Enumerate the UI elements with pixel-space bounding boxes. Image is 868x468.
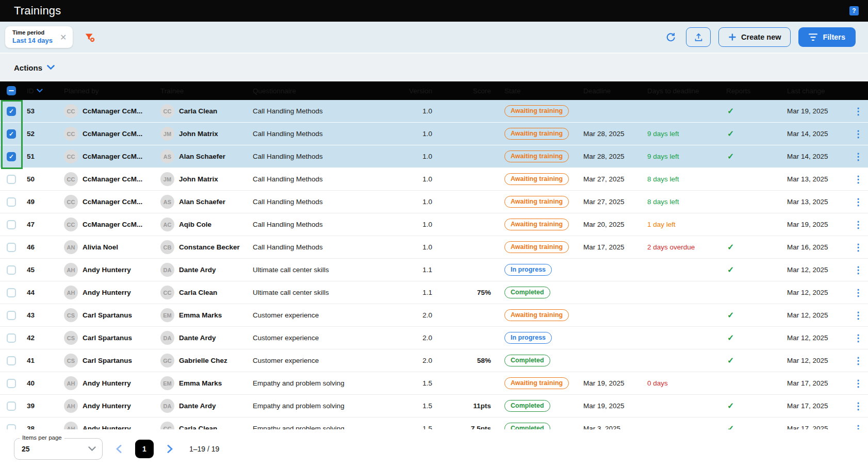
column-header-version[interactable]: Version (402, 87, 438, 95)
kebab-menu-icon[interactable]: ⋮ (848, 310, 868, 321)
planned-by-cell: CS Carl Spartanus (57, 354, 155, 367)
kebab-menu-icon[interactable]: ⋮ (848, 264, 868, 276)
row-checkbox[interactable] (7, 243, 16, 252)
deadline-cell: Mar 28, 2025 (578, 130, 642, 138)
row-checkbox[interactable] (7, 107, 16, 116)
kebab-menu-icon[interactable]: ⋮ (848, 378, 868, 389)
row-id: 47 (23, 221, 57, 228)
column-header-days-to-deadline[interactable]: Days to deadline (642, 87, 722, 95)
table-row[interactable]: 41 CS Carl Spartanus GC Gabrielle Chez C… (0, 349, 868, 372)
table-row[interactable]: 52 CC CcManager CcM... JM John Matrix Ca… (0, 123, 868, 145)
table-row[interactable]: 50 CC CcManager CcM... JM John Matrix Ca… (0, 168, 868, 191)
state-badge: In progress (504, 264, 552, 276)
row-checkbox[interactable] (7, 402, 16, 411)
column-header-state[interactable]: State (495, 87, 578, 95)
state-cell: Awaiting training (495, 196, 578, 208)
chevron-down-icon[interactable] (47, 65, 55, 70)
row-checkbox[interactable] (7, 129, 16, 139)
table-row[interactable]: 42 CS Carl Spartanus DA Dante Ardy Custo… (0, 327, 868, 349)
table-row[interactable]: 43 CS Carl Spartanus EM Emma Marks Custo… (0, 304, 868, 327)
table-row[interactable]: 44 AH Andy Hunterry CC Carla Clean Ultim… (0, 281, 868, 304)
questionnaire-cell: Call Handling Methods (242, 153, 402, 160)
help-icon[interactable]: ? (849, 6, 859, 15)
trainee-cell: CC Carla Clean (155, 286, 242, 299)
filters-button[interactable]: Filters (798, 27, 856, 47)
select-all-checkbox[interactable] (7, 86, 16, 95)
row-checkbox[interactable] (7, 333, 16, 343)
column-header-last-change[interactable]: Last change (784, 87, 848, 95)
kebab-menu-icon[interactable]: ⋮ (848, 219, 868, 230)
kebab-menu-icon[interactable]: ⋮ (848, 287, 868, 298)
column-header-id[interactable]: ID (23, 87, 57, 95)
state-badge: Completed (504, 400, 550, 412)
export-button[interactable] (686, 27, 711, 47)
kebab-menu-icon[interactable]: ⋮ (848, 242, 868, 253)
version-cell: 1.0 (402, 198, 438, 206)
table-row[interactable]: 51 CC CcManager CcM... AS Alan Schaefer … (0, 145, 868, 168)
previous-page-button[interactable] (114, 443, 124, 455)
kebab-menu-icon[interactable]: ⋮ (848, 196, 868, 208)
avatar: CC (64, 149, 78, 163)
row-checkbox[interactable] (7, 311, 16, 320)
avatar: AH (64, 399, 78, 413)
kebab-menu-icon[interactable]: ⋮ (848, 400, 868, 412)
last-change-cell: Mar 17, 2025 (784, 402, 848, 410)
column-header-score[interactable]: Score (438, 87, 495, 95)
close-icon[interactable]: ✕ (59, 32, 68, 42)
state-cell: Awaiting training (495, 241, 578, 253)
last-change-cell: Mar 12, 2025 (784, 334, 848, 342)
planned-by-cell: AH Andy Hunterry (57, 286, 155, 299)
kebab-menu-icon[interactable]: ⋮ (848, 151, 868, 162)
table-row[interactable]: 38 AH Andy Hunterry CC Carla Clean Empat… (0, 417, 868, 429)
row-checkbox[interactable] (7, 197, 16, 207)
kebab-menu-icon[interactable]: ⋮ (848, 128, 868, 140)
version-cell: 1.0 (402, 243, 438, 251)
kebab-menu-icon[interactable]: ⋮ (848, 423, 868, 430)
row-checkbox[interactable] (7, 265, 16, 275)
next-page-button[interactable] (165, 443, 175, 455)
row-checkbox[interactable] (7, 220, 16, 229)
clear-filters-icon[interactable] (84, 31, 95, 43)
table-row[interactable]: 45 AH Andy Hunterry DA Dante Ardy Ultima… (0, 259, 868, 281)
items-per-page-select[interactable]: Items per page 25 (14, 438, 103, 460)
table-row[interactable]: 53 CC CcManager CcM... CC Carla Clean Ca… (0, 100, 868, 123)
avatar: CS (64, 354, 78, 367)
version-cell: 2.0 (402, 334, 438, 342)
table-row[interactable]: 49 CC CcManager CcM... AS Alan Schaefer … (0, 191, 868, 213)
kebab-menu-icon[interactable]: ⋮ (848, 106, 868, 117)
state-badge: Awaiting training (504, 309, 569, 321)
table-row[interactable]: 39 AH Andy Hunterry DA Dante Ardy Empath… (0, 395, 868, 417)
column-header-planned-by[interactable]: Planned by (57, 87, 155, 95)
chevron-right-icon (167, 445, 173, 453)
table-row[interactable]: 46 AN Alivia Noel CB Constance Becker Ca… (0, 236, 868, 259)
row-checkbox[interactable] (7, 288, 16, 297)
kebab-menu-icon[interactable]: ⋮ (848, 174, 868, 185)
kebab-menu-icon[interactable]: ⋮ (848, 332, 868, 344)
questionnaire-cell: Call Handling Methods (242, 243, 402, 251)
row-checkbox[interactable] (7, 356, 16, 365)
avatar: CC (64, 172, 78, 186)
column-header-trainee[interactable]: Trainee (155, 87, 242, 95)
report-check-icon: ✓ (722, 265, 784, 275)
refresh-icon[interactable] (663, 30, 678, 45)
column-header-deadline[interactable]: Deadline (578, 87, 642, 95)
sort-descending-icon (37, 89, 43, 93)
row-checkbox[interactable] (7, 424, 16, 430)
questionnaire-cell: Call Handling Methods (242, 198, 402, 206)
actions-menu[interactable]: Actions (14, 63, 42, 72)
time-period-filter-chip[interactable]: Time period Last 14 days ✕ (5, 26, 73, 48)
kebab-menu-icon[interactable]: ⋮ (848, 355, 868, 366)
column-header-reports[interactable]: Reports (722, 87, 784, 95)
avatar: CB (160, 240, 174, 254)
chevron-down-icon (88, 446, 96, 452)
create-new-button[interactable]: Create new (718, 27, 791, 47)
version-cell: 1.0 (402, 153, 438, 160)
table-row[interactable]: 47 CC CcManager CcM... AC Aqib Cole Call… (0, 213, 868, 236)
table-row[interactable]: 40 AH Andy Hunterry EM Emma Marks Empath… (0, 372, 868, 395)
column-header-questionnaire[interactable]: Questionnaire (242, 87, 402, 95)
row-checkbox[interactable] (7, 152, 16, 161)
row-checkbox[interactable] (7, 175, 16, 184)
row-checkbox[interactable] (7, 379, 16, 388)
state-cell: Awaiting training (495, 105, 578, 117)
current-page-button[interactable]: 1 (135, 440, 154, 458)
